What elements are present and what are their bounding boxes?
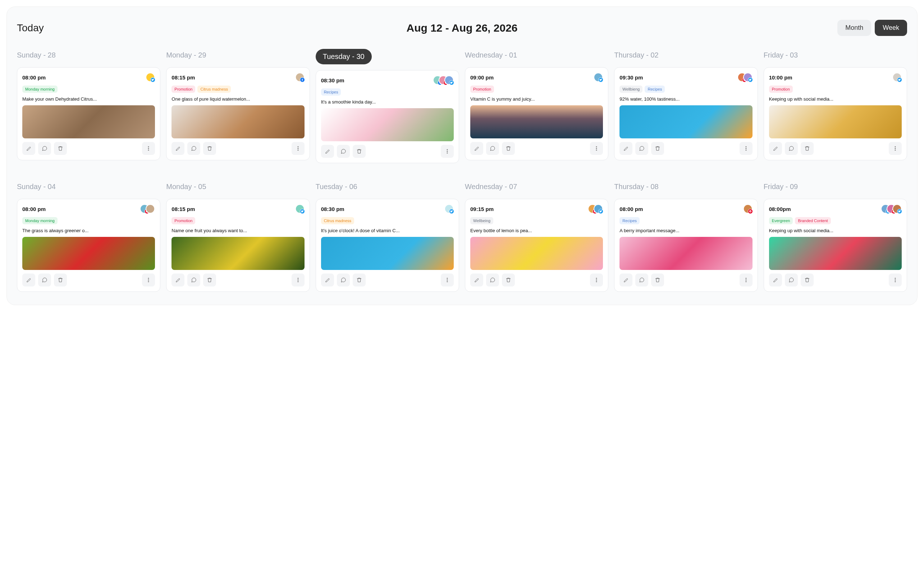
post-card[interactable]: 10:00 pmPromotionKeeping up with social … <box>764 67 907 160</box>
day-label[interactable]: Wednesday - 07 <box>465 180 608 193</box>
day-label[interactable]: Tuesday - 30 <box>316 49 372 64</box>
comment-button[interactable] <box>337 145 350 158</box>
delete-button[interactable] <box>203 142 216 155</box>
comment-button[interactable] <box>187 142 200 155</box>
post-card[interactable]: 09:30 pmWellbiengRecipes92% water, 100% … <box>614 67 758 160</box>
comment-button[interactable] <box>486 142 499 155</box>
tag[interactable]: Recipes <box>645 85 665 93</box>
post-card[interactable]: 08:00pmEvergreenBranded ContentKeeping u… <box>764 199 907 292</box>
more-button[interactable] <box>142 274 155 286</box>
post-thumbnail[interactable] <box>769 105 902 138</box>
tag[interactable]: Monday morning <box>22 85 58 93</box>
delete-button[interactable] <box>353 145 365 158</box>
more-button[interactable] <box>441 145 454 158</box>
post-thumbnail[interactable] <box>22 105 155 138</box>
tag[interactable]: Promotion <box>172 217 195 224</box>
post-thumbnail[interactable] <box>620 237 752 270</box>
day-label[interactable]: Sunday - 04 <box>17 180 160 193</box>
comment-button[interactable] <box>785 142 798 155</box>
day-label[interactable]: Friday - 03 <box>764 49 907 61</box>
comment-button[interactable] <box>486 274 499 286</box>
comment-button[interactable] <box>38 142 51 155</box>
post-card[interactable]: 08:15 pmPromotionName one fruit you alwa… <box>166 199 309 292</box>
delete-button[interactable] <box>203 274 216 286</box>
edit-button[interactable] <box>22 274 35 286</box>
comment-button[interactable] <box>635 274 648 286</box>
tag[interactable]: Recipes <box>620 217 639 224</box>
post-card[interactable]: 08:00 pmMonday morningThe grass is alway… <box>17 199 160 292</box>
delete-button[interactable] <box>651 142 664 155</box>
post-thumbnail[interactable] <box>470 105 603 138</box>
today-link[interactable]: Today <box>17 22 44 34</box>
tag[interactable]: Promotion <box>470 85 494 93</box>
edit-button[interactable] <box>321 145 334 158</box>
month-toggle[interactable]: Month <box>837 20 871 36</box>
delete-button[interactable] <box>353 274 365 286</box>
day-label[interactable]: Sunday - 28 <box>17 49 160 61</box>
edit-button[interactable] <box>620 142 632 155</box>
edit-button[interactable] <box>470 142 483 155</box>
tag[interactable]: Wellbeing <box>470 217 493 224</box>
day-label[interactable]: Wednesday - 01 <box>465 49 608 61</box>
tag[interactable]: Recipes <box>321 88 341 96</box>
edit-button[interactable] <box>172 274 184 286</box>
more-button[interactable] <box>441 274 454 286</box>
more-button[interactable] <box>889 142 902 155</box>
delete-button[interactable] <box>54 274 67 286</box>
post-thumbnail[interactable] <box>172 105 304 138</box>
edit-button[interactable] <box>769 274 782 286</box>
comment-button[interactable] <box>337 274 350 286</box>
edit-button[interactable] <box>769 142 782 155</box>
day-label[interactable]: Thursday - 08 <box>614 180 758 193</box>
edit-button[interactable] <box>620 274 632 286</box>
post-card[interactable]: 08:30 pmRecipesIt's a smoothie kinda day… <box>316 70 459 163</box>
post-card[interactable]: 08:00 pmRecipesA berry important message… <box>614 199 758 292</box>
edit-button[interactable] <box>321 274 334 286</box>
more-button[interactable] <box>292 142 304 155</box>
more-button[interactable] <box>889 274 902 286</box>
tag[interactable]: Citrus madness <box>321 217 354 224</box>
comment-button[interactable] <box>187 274 200 286</box>
comment-button[interactable] <box>785 274 798 286</box>
post-thumbnail[interactable] <box>769 237 902 270</box>
tag[interactable]: Monday morning <box>22 217 58 224</box>
day-label[interactable]: Friday - 09 <box>764 180 907 193</box>
tag[interactable]: Evergreen <box>769 217 793 224</box>
week-toggle[interactable]: Week <box>875 20 907 36</box>
post-thumbnail[interactable] <box>620 105 752 138</box>
post-thumbnail[interactable] <box>321 108 454 141</box>
day-label[interactable]: Monday - 05 <box>166 180 309 193</box>
post-thumbnail[interactable] <box>172 237 304 270</box>
day-label[interactable]: Thursday - 02 <box>614 49 758 61</box>
day-label[interactable]: Tuesday - 06 <box>316 180 459 193</box>
post-card[interactable]: 09:00 pmPromotionVitamin C is yummy and … <box>465 67 608 160</box>
comment-button[interactable] <box>38 274 51 286</box>
more-button[interactable] <box>142 142 155 155</box>
tag[interactable]: Promotion <box>172 85 195 93</box>
post-thumbnail[interactable] <box>470 237 603 270</box>
comment-button[interactable] <box>635 142 648 155</box>
post-card[interactable]: 08:00 pmMonday morningMake your own Dehy… <box>17 67 160 160</box>
more-button[interactable] <box>740 274 752 286</box>
post-card[interactable]: 08:15 pmPromotionCitrus madnessOne glass… <box>166 67 309 160</box>
post-thumbnail[interactable] <box>22 237 155 270</box>
edit-button[interactable] <box>22 142 35 155</box>
delete-button[interactable] <box>801 142 814 155</box>
more-button[interactable] <box>590 142 603 155</box>
more-button[interactable] <box>740 142 752 155</box>
edit-button[interactable] <box>470 274 483 286</box>
post-card[interactable]: 09:15 pmWellbeingEvery bottle of lemon i… <box>465 199 608 292</box>
post-card[interactable]: 08:30 pmCitrus madnessIt's juice o'clock… <box>316 199 459 292</box>
edit-button[interactable] <box>172 142 184 155</box>
post-thumbnail[interactable] <box>321 237 454 270</box>
delete-button[interactable] <box>502 274 515 286</box>
delete-button[interactable] <box>502 142 515 155</box>
tag[interactable]: Promotion <box>769 85 793 93</box>
more-button[interactable] <box>590 274 603 286</box>
tag[interactable]: Wellbieng <box>620 85 642 93</box>
delete-button[interactable] <box>54 142 67 155</box>
more-button[interactable] <box>292 274 304 286</box>
delete-button[interactable] <box>651 274 664 286</box>
tag[interactable]: Citrus madness <box>197 85 230 93</box>
tag[interactable]: Branded Content <box>795 217 831 224</box>
